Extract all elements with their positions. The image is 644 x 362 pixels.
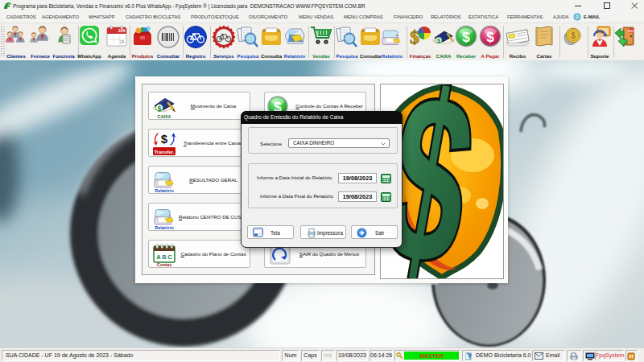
svg-text:29: 29 [120,39,125,44]
svg-text:$: $ [410,27,419,47]
svg-text:$: $ [462,30,470,45]
svg-text:$: $ [486,30,494,45]
svg-text:A: A [156,253,161,261]
svg-text:$: $ [571,31,576,40]
svg-text:B: B [162,253,167,261]
svg-text:EXIT: EXIT [629,30,636,33]
svg-text:Transfer.: Transfer. [154,150,174,154]
svg-text:$: $ [158,105,162,113]
svg-text:C: C [167,253,172,261]
svg-text:JAN: JAN [118,29,125,33]
svg-text:$: $ [161,132,168,146]
